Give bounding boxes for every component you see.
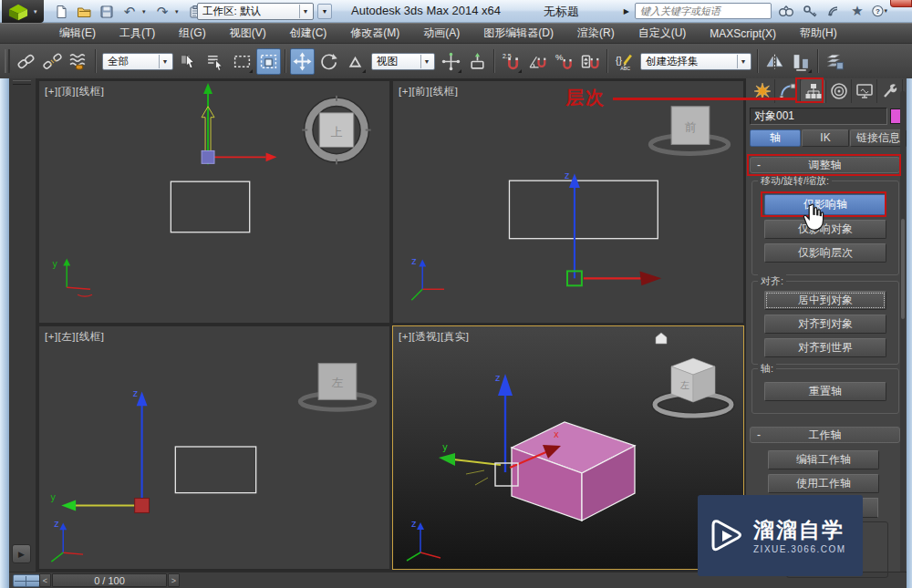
viewcube[interactable]: 左 <box>300 364 374 410</box>
selection-filter-dropdown[interactable]: 全部 ▼ <box>102 53 173 70</box>
panel-scrollbar[interactable] <box>900 91 906 583</box>
menu-group[interactable]: 组(G) <box>167 23 217 44</box>
open-file-button[interactable] <box>74 2 94 21</box>
next-frame-button[interactable]: > <box>168 573 180 587</box>
workspace-dropdown[interactable]: 工作区: 默认 ▼ <box>197 3 314 20</box>
home-icon[interactable] <box>656 333 667 344</box>
rollout-collapse-icon: - <box>757 158 761 172</box>
menu-create[interactable]: 创建(C) <box>278 23 339 44</box>
menu-tools[interactable]: 工具(T) <box>108 23 167 44</box>
subtab-link-info[interactable]: 链接信息 <box>850 129 907 147</box>
favorites-star-icon[interactable]: ★ <box>848 3 866 19</box>
close-button[interactable] <box>890 0 912 7</box>
viewport-front-label[interactable]: [+][前][线框] <box>399 85 458 98</box>
angle-snap-icon[interactable] <box>525 48 550 75</box>
infocenter-expander-icon[interactable]: ▶ <box>624 7 629 15</box>
mirror-icon[interactable] <box>762 48 787 75</box>
new-scene-button[interactable] <box>51 2 71 21</box>
subtab-ik[interactable]: IK <box>802 129 849 147</box>
menu-graph-editors[interactable]: 图形编辑器(D) <box>472 23 565 44</box>
menu-modifiers[interactable]: 修改器(M) <box>338 23 411 44</box>
selection-filter-caret-icon: ▼ <box>159 55 171 68</box>
named-selection-set-dropdown[interactable]: 创建选择集 ▼ <box>640 53 751 70</box>
redo-button[interactable]: ↷ <box>152 2 172 21</box>
toolbar-separator <box>493 49 495 73</box>
affect-hierarchy-only-button[interactable]: 仅影响层次 <box>764 243 886 263</box>
edit-named-sets-icon[interactable]: {}ABC <box>612 48 637 75</box>
toolbar-drag-handle[interactable] <box>5 49 10 73</box>
svg-text:前: 前 <box>685 120 697 134</box>
spinner-snap-icon[interactable] <box>578 48 603 75</box>
time-slider-handle[interactable]: 0 / 100 <box>52 573 167 587</box>
rollout-adjust-pivot[interactable]: - 调整轴 <box>750 157 900 173</box>
tab-display-icon[interactable] <box>852 79 877 103</box>
undo-button[interactable]: ↶ <box>119 2 140 21</box>
align-to-world-button[interactable]: 对齐到世界 <box>764 338 886 357</box>
previous-frame-button[interactable]: < <box>39 573 51 587</box>
viewport-perspective-label[interactable]: [+][透视][真实] <box>399 330 469 344</box>
align-icon[interactable] <box>789 48 814 75</box>
redo-caret-icon[interactable]: ▾ <box>175 8 182 15</box>
menu-maxscript[interactable]: MAXScript(X) <box>698 25 788 43</box>
use-working-pivot-button[interactable]: 使用工作轴 <box>768 474 879 493</box>
viewport-top[interactable]: [+][顶][线框] y <box>38 80 390 324</box>
viewcube[interactable]: 前 <box>650 107 728 154</box>
search-binoculars-icon[interactable] <box>777 3 795 19</box>
use-pivot-center-icon[interactable] <box>439 48 463 75</box>
edit-working-pivot-button[interactable]: 编辑工作轴 <box>768 450 879 469</box>
viewcube[interactable]: 上 <box>302 96 370 164</box>
menu-views[interactable]: 视图(V) <box>218 23 278 44</box>
layout-bar-grip[interactable] <box>13 80 31 85</box>
menu-edit[interactable]: 编辑(E) <box>47 23 108 44</box>
reference-coordinate-dropdown[interactable]: 视图 ▼ <box>371 53 435 70</box>
selected-box-object[interactable] <box>512 422 635 521</box>
select-manipulate-icon[interactable] <box>465 48 490 75</box>
tab-utilities-icon[interactable] <box>877 79 903 103</box>
object-name-field[interactable]: 对象001 <box>750 108 887 125</box>
communication-center-icon[interactable] <box>824 3 843 19</box>
viewport-left[interactable]: [+][左][线框] z y z 左 <box>38 325 390 570</box>
menu-rendering[interactable]: 渲染(R) <box>565 23 627 44</box>
viewport-top-label[interactable]: [+][顶][线框] <box>45 85 104 98</box>
menu-help[interactable]: 帮助(H) <box>788 23 849 44</box>
infocenter-search-input[interactable] <box>635 3 772 19</box>
select-scale-icon[interactable] <box>343 48 368 75</box>
sign-in-key-icon[interactable] <box>801 3 819 19</box>
menu-customize[interactable]: 自定义(U) <box>627 23 699 44</box>
snap-toggle-2.5-icon[interactable]: 2.5 <box>499 48 523 75</box>
reset-pivot-button[interactable]: 重置轴 <box>764 382 886 401</box>
viewcube[interactable]: 左 <box>655 358 731 416</box>
select-object-icon[interactable] <box>177 48 202 75</box>
rectangular-selection-icon[interactable] <box>230 48 254 75</box>
select-move-icon[interactable] <box>290 48 315 75</box>
window-crossing-toggle-icon[interactable] <box>256 48 281 75</box>
unlink-icon[interactable] <box>40 48 65 75</box>
max-logo-button[interactable]: ▾ <box>2 0 44 23</box>
percent-snap-icon[interactable]: % <box>552 48 576 75</box>
bind-to-space-warp-icon[interactable] <box>67 48 91 75</box>
layer-manager-icon[interactable] <box>823 48 847 75</box>
annotation-pointer-line <box>613 98 797 100</box>
save-file-button[interactable] <box>97 2 117 21</box>
tab-motion-icon[interactable] <box>826 79 852 103</box>
select-rotate-icon[interactable] <box>316 48 341 75</box>
toolbar-separator <box>285 49 286 73</box>
rollout-working-pivot-title: 工作轴 <box>809 428 842 441</box>
viewport-layout-preset-icon[interactable] <box>13 574 40 587</box>
viewport-front[interactable]: [+][前][线框] z z 前 <box>392 80 744 324</box>
link-icon[interactable] <box>14 48 38 75</box>
subtab-pivot[interactable]: 轴 <box>750 129 801 147</box>
help-button[interactable]: ? ▾ <box>872 3 890 19</box>
viewport-perspective[interactable]: [+][透视][真实] 左 <box>392 325 744 570</box>
select-by-name-icon[interactable] <box>203 48 228 75</box>
tab-hierarchy-icon[interactable] <box>801 79 826 103</box>
center-to-object-button[interactable]: 居中到对象 <box>764 291 886 310</box>
viewport-left-label[interactable]: [+][左][线框] <box>45 330 104 344</box>
panel-scrollbar-handle[interactable] <box>901 219 905 319</box>
rollout-working-pivot[interactable]: - 工作轴 <box>750 427 900 443</box>
menu-animation[interactable]: 动画(A) <box>411 23 472 44</box>
undo-caret-icon[interactable]: ▾ <box>142 8 150 15</box>
align-to-object-button[interactable]: 对齐到对象 <box>764 315 886 334</box>
workspace-flyout-button[interactable]: ▼ <box>317 4 332 19</box>
layout-flyout-button[interactable]: ▶ <box>12 544 31 563</box>
